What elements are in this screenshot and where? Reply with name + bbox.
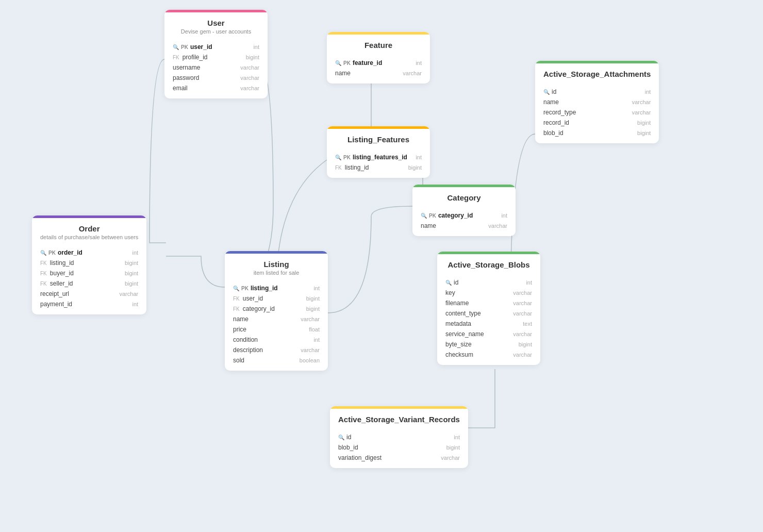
table-row: 🔍PK listing_features_idint <box>327 152 430 162</box>
col-type: bigint <box>246 54 259 60</box>
table-row: checksumvarchar <box>437 350 540 360</box>
table-row: namevarchar <box>535 97 659 107</box>
canvas: UserDevise gem - user accounts🔍PK user_i… <box>0 0 763 532</box>
col-type: int <box>454 434 460 440</box>
col-type: varchar <box>403 70 422 76</box>
col-name: blob_id <box>543 129 563 137</box>
col-name-text: filename <box>445 300 469 307</box>
col-name-text: id <box>454 279 458 286</box>
pk-search-icon: 🔍 <box>173 44 179 50</box>
pk-label: PK <box>343 155 351 160</box>
table-row: FK buyer_idbigint <box>32 268 146 278</box>
table-header-listing: Listingitem listed for sale <box>225 251 328 280</box>
table-user: UserDevise gem - user accounts🔍PK user_i… <box>164 10 268 98</box>
table-row: 🔍idint <box>330 432 468 442</box>
table-title-user: User <box>173 19 259 27</box>
table-row: metadatatext <box>437 319 540 329</box>
col-name: FK listing_id <box>40 259 74 267</box>
col-name: name <box>233 315 248 323</box>
col-type: varchar <box>513 300 532 306</box>
col-name-text: listing_features_id <box>353 154 407 161</box>
col-name-text: email <box>173 85 188 92</box>
table-row: 🔍PK order_idint <box>32 247 146 258</box>
col-name: FK profile_id <box>173 54 207 61</box>
col-name-text: order_id <box>58 249 82 256</box>
col-name: name <box>335 70 351 77</box>
table-listing_features: Listing_Features🔍PK listing_features_idi… <box>327 126 430 178</box>
col-name-text: user_id <box>190 43 212 51</box>
table-active_storage_variant_records: Active_Storage_Variant_Records🔍idintblob… <box>330 406 468 468</box>
col-name: email <box>173 85 188 92</box>
col-type: varchar <box>301 347 320 353</box>
table-body-order: 🔍PK order_idintFK listing_idbigintFK buy… <box>32 244 146 314</box>
table-row: passwordvarchar <box>164 73 268 83</box>
col-name: 🔍id <box>338 434 351 441</box>
col-name: filename <box>445 300 469 307</box>
col-name: 🔍PK user_id <box>173 43 212 51</box>
col-type: varchar <box>240 64 259 71</box>
col-type: varchar <box>513 290 532 296</box>
table-row: 🔍idint <box>535 87 659 97</box>
col-type: bigint <box>446 444 460 451</box>
table-header-user: UserDevise gem - user accounts <box>164 10 268 39</box>
col-type: float <box>309 326 320 332</box>
table-body-active_storage_variant_records: 🔍idintblob_idbigintvariation_digestvarch… <box>330 429 468 468</box>
table-row: variation_digestvarchar <box>330 453 468 463</box>
pk-search-icon: 🔍 <box>40 250 46 256</box>
col-name: 🔍PK category_id <box>421 212 473 219</box>
table-row: 🔍PK user_idint <box>164 42 268 52</box>
fk-label: FK <box>233 296 240 302</box>
col-name-text: byte_size <box>445 341 472 348</box>
table-title-feature: Feature <box>335 41 422 49</box>
col-type: bigint <box>125 270 138 276</box>
col-type: int <box>253 44 259 50</box>
fk-label: FK <box>40 271 47 276</box>
table-header-active_storage_attachments: Active_Storage_Attachments <box>535 61 659 84</box>
col-name-text: variation_digest <box>338 454 382 461</box>
col-type: varchar <box>488 223 507 229</box>
col-name-text: buyer_id <box>50 270 74 277</box>
col-name-text: name <box>233 315 248 323</box>
fk-label: FK <box>233 306 240 312</box>
col-type: varchar <box>119 291 138 297</box>
col-name-text: blob_id <box>543 129 563 137</box>
col-name: name <box>543 98 559 106</box>
col-type: int <box>416 154 422 160</box>
col-name: sold <box>233 357 244 364</box>
table-title-active_storage_attachments: Active_Storage_Attachments <box>543 70 651 78</box>
col-type: varchar <box>441 455 460 461</box>
table-row: 🔍PK category_idint <box>412 210 516 221</box>
col-type: int <box>645 89 651 95</box>
table-row: service_namevarchar <box>437 329 540 339</box>
col-name-text: description <box>233 346 263 354</box>
table-row: FK listing_idbigint <box>32 258 146 268</box>
col-name-text: listing_id <box>251 285 278 292</box>
col-name: 🔍id <box>543 88 556 95</box>
col-type: varchar <box>513 310 532 317</box>
col-name-text: service_name <box>445 330 484 338</box>
col-name: FK listing_id <box>335 164 369 171</box>
col-type: int <box>132 301 139 307</box>
fk-label: FK <box>173 55 179 60</box>
table-row: 🔍PK feature_idint <box>327 58 430 68</box>
col-name: name <box>421 222 436 229</box>
col-type: int <box>501 212 507 219</box>
col-name-text: category_id <box>243 305 275 312</box>
table-row: pricefloat <box>225 324 328 335</box>
table-row: descriptionvarchar <box>225 345 328 355</box>
table-row: emailvarchar <box>164 83 268 93</box>
table-title-active_storage_blobs: Active_Storage_Blobs <box>445 260 532 269</box>
table-title-order: Order <box>40 224 138 233</box>
col-type: int <box>416 60 422 66</box>
table-order: Orderdetails of purchase/sale between us… <box>32 215 146 314</box>
col-name: password <box>173 74 199 81</box>
table-body-user: 🔍PK user_idintFK profile_idbigintusernam… <box>164 39 268 98</box>
col-type: bigint <box>125 280 138 287</box>
col-name-text: username <box>173 64 200 71</box>
col-name-text: category_id <box>438 212 473 219</box>
table-row: record_idbigint <box>535 118 659 128</box>
table-header-feature: Feature <box>327 32 430 55</box>
col-name: record_id <box>543 119 569 126</box>
table-row: filenamevarchar <box>437 298 540 308</box>
pk-search-icon: 🔍 <box>335 155 341 160</box>
